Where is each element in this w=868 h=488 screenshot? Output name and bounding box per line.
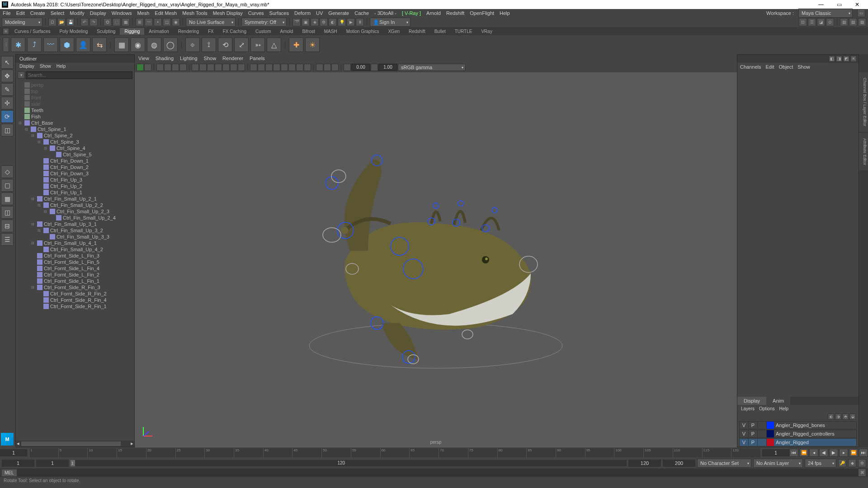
modeling-toolkit-icon[interactable]: ⊡ — [799, 18, 807, 26]
set-key-icon[interactable]: ◆ — [848, 459, 856, 467]
menu-deform[interactable]: Deform — [294, 10, 311, 16]
select-tool-icon[interactable]: ↖ — [1, 56, 14, 69]
anim-layer-dropdown[interactable]: No Anim Layer — [753, 459, 803, 468]
go-start-button[interactable]: ⏮ — [789, 449, 798, 457]
vp-image-plane-icon[interactable] — [164, 64, 171, 71]
outliner-item[interactable]: Ctrl_Fornt_Side_R_Fin_4 — [16, 297, 134, 303]
vp-menu-show[interactable]: Show — [204, 56, 217, 61]
vp-grease-icon[interactable] — [179, 64, 187, 71]
cb-close-icon[interactable]: ✕ — [850, 56, 857, 62]
cb-menu-show[interactable]: Show — [797, 64, 810, 70]
menu-arnold[interactable]: Arnold — [426, 10, 441, 16]
auto-key-icon[interactable]: 🔑 — [838, 459, 846, 467]
vp-ao-icon[interactable] — [281, 64, 288, 71]
shelf-joint-icon[interactable]: ✱ — [11, 38, 25, 52]
collapse-icon[interactable]: ⊟ — [31, 286, 36, 290]
outliner-item[interactable]: Ctrl_Fin_Small_Up_4_2 — [16, 246, 134, 253]
collapse-icon[interactable]: ⊟ — [25, 127, 29, 131]
vp-menu-view[interactable]: View — [138, 56, 149, 61]
collapse-icon[interactable]: ⊟ — [31, 241, 36, 245]
cb-menu-edit[interactable]: Edit — [765, 64, 774, 70]
layer-color-swatch[interactable] — [767, 430, 774, 437]
display-layer-row[interactable]: VPAngler_Rigged_bones — [739, 421, 857, 429]
layer-playback-toggle[interactable]: P — [749, 430, 758, 437]
layer-move-up-icon[interactable]: ⬖ — [828, 413, 834, 420]
outliner-item[interactable]: ⊟Ctrl_Spine_4 — [16, 145, 134, 151]
vp-select-camera-icon[interactable] — [137, 64, 144, 71]
minimize-button[interactable]: — — [812, 0, 830, 9]
shelf-tab-sculpting[interactable]: Sculpting — [92, 28, 120, 35]
collapse-icon[interactable]: ⊟ — [19, 121, 23, 125]
outliner-toggle-icon[interactable]: ☰ — [1, 233, 14, 246]
two-pane-side-icon[interactable]: ◫ — [1, 206, 14, 219]
outliner-item[interactable]: front — [16, 94, 134, 101]
cb-menu-object[interactable]: Object — [778, 64, 793, 70]
menu-3dtoall[interactable]: - 3DtoAll - — [374, 10, 396, 16]
open-scene-icon[interactable]: 📂 — [57, 18, 66, 26]
toggle-pause-icon[interactable]: ⏸ — [356, 18, 364, 26]
layer-playback-toggle[interactable]: P — [749, 439, 758, 446]
collapse-icon[interactable]: ⊟ — [44, 210, 48, 214]
isolate-icon[interactable]: ⊙ — [826, 18, 834, 26]
step-forward-key-button[interactable]: ⏩ — [849, 449, 858, 457]
vp-wire-on-shaded-icon[interactable] — [304, 64, 311, 71]
script-editor-icon[interactable]: ⌘ — [858, 469, 866, 477]
vp-menu-panels[interactable]: Panels — [250, 56, 265, 61]
collapse-icon[interactable]: ⊟ — [31, 197, 36, 201]
menu-windows[interactable]: Windows — [112, 10, 132, 16]
shelf-skin-icon[interactable]: ⬢ — [60, 38, 74, 52]
menu-edit[interactable]: Edit — [16, 10, 25, 16]
collapse-icon[interactable]: ⊟ — [38, 203, 42, 207]
snap-curve-icon[interactable]: 〰 — [145, 18, 153, 26]
outliner-item[interactable]: Ctrl_Spine_5 — [16, 151, 134, 158]
outliner-item[interactable]: Ctrl_Fornt_Side_L_Fin_3 — [16, 253, 134, 259]
layer-color-swatch[interactable] — [767, 439, 774, 446]
layer-tab-anim[interactable]: Anim — [766, 397, 790, 405]
outliner-item[interactable]: Ctrl_Fornt_Side_R_Fin_1 — [16, 303, 134, 310]
move-tool-icon[interactable]: ✢ — [1, 97, 14, 109]
menu-vray[interactable]: [ V-Ray ] — [402, 10, 421, 16]
shelf-tab-redshift[interactable]: Redshift — [404, 28, 430, 35]
shelf-constrain-orient-icon[interactable]: ⟲ — [218, 38, 232, 52]
hypershade-icon[interactable]: ◐ — [329, 18, 337, 26]
select-component-icon[interactable]: ▦ — [122, 18, 130, 26]
vp-exposure-field[interactable]: 0.00 — [351, 64, 370, 71]
range-handle[interactable]: 1 — [71, 460, 75, 466]
playblast-icon[interactable]: ▶ — [347, 18, 355, 26]
menu-edit-mesh[interactable]: Edit Mesh — [155, 10, 177, 16]
shelf-tab-bifrost[interactable]: Bifrost — [297, 28, 319, 35]
collapse-icon[interactable]: ⊟ — [38, 140, 42, 144]
shelf-tab-rendering[interactable]: Rendering — [174, 28, 203, 35]
outliner-item[interactable]: Ctrl_Fornt_Side_R_Fin_2 — [16, 291, 134, 297]
cb-graph-icon[interactable]: ◩ — [843, 56, 849, 62]
outliner-item[interactable]: Ctrl_Fin_Up_3 — [16, 177, 134, 183]
layer-display-type[interactable] — [758, 430, 767, 437]
shelf-hik-icon[interactable]: ✚ — [289, 38, 303, 52]
vp-menu-lighting[interactable]: Lighting — [180, 56, 198, 61]
vp-field-chart-icon[interactable] — [222, 64, 230, 71]
outliner-item[interactable]: Ctrl_Fornt_Side_L_Fin_4 — [16, 265, 134, 272]
outliner-item[interactable]: Teeth — [16, 107, 134, 113]
collapse-icon[interactable]: ⊟ — [31, 222, 36, 226]
menu-uv[interactable]: UV — [316, 10, 323, 16]
vp-smooth-shade-icon[interactable] — [258, 64, 265, 71]
cb-clip-icon[interactable]: ◧ — [829, 56, 835, 62]
play-back-button[interactable]: ◀ — [819, 449, 828, 457]
vp-safe-title-icon[interactable] — [238, 64, 245, 71]
vp-2d-pan-icon[interactable] — [172, 64, 179, 71]
shelf-wrap-icon[interactable]: ◯ — [163, 38, 178, 52]
layer-menu-help[interactable]: Help — [779, 406, 788, 411]
display-layer-row[interactable]: VPAngler_Rigged — [739, 438, 857, 446]
outliner-item[interactable]: Ctrl_Fornt_Side_L_Fin_5 — [16, 259, 134, 265]
redo-icon[interactable]: ↷ — [90, 18, 98, 26]
outliner-item[interactable]: Ctrl_Fornt_Side_L_Fin_2 — [16, 272, 134, 278]
vp-textured-icon[interactable] — [296, 64, 303, 71]
outliner-item[interactable]: ⊟Ctrl_Fin_Small_Up_4_1 — [16, 240, 134, 246]
four-pane-icon[interactable]: ▦ — [1, 192, 14, 205]
shelf-blend-icon[interactable]: ◍ — [147, 38, 161, 52]
shelf-editor-icon[interactable]: ⋮ — [3, 38, 9, 52]
single-pane-icon[interactable]: ▢ — [1, 179, 14, 192]
menu-display[interactable]: Display — [90, 10, 106, 16]
shelf-ikspline-icon[interactable]: 〰 — [43, 38, 58, 52]
shelf-tab-turtle[interactable]: TURTLE — [450, 28, 477, 35]
